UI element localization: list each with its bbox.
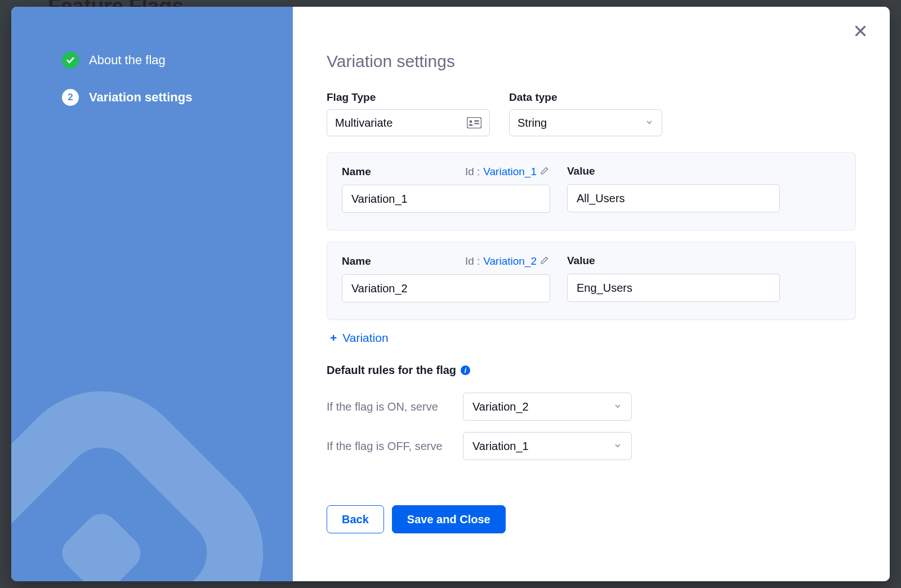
variation-id: Id : Variation_1 [465,165,550,178]
wizard-step-label: About the flag [89,53,166,68]
variation-value-label: Value [567,255,595,267]
data-type-value: String [518,117,547,130]
data-type-group: Data type String [509,91,662,136]
variation-value-input[interactable]: Eng_Users [567,274,780,302]
variation-id: Id : Variation_2 [465,255,550,268]
check-icon [62,52,79,69]
chevron-down-icon [645,117,654,130]
variation-name-label: Name [342,255,371,268]
footer-actions: Back Save and Close [327,505,856,533]
variation-value-label: Value [567,165,595,177]
variation-card: Name Id : Variation_1 Variation_1 [327,152,856,230]
sidebar-decoration [11,378,276,581]
wizard-modal: About the flag 2 Variation settings Vari… [11,7,890,581]
svg-rect-8 [474,123,479,124]
svg-rect-6 [469,124,473,126]
card-icon [467,117,481,128]
svg-rect-1 [55,507,148,581]
svg-rect-7 [474,121,479,122]
edit-icon[interactable] [540,255,550,268]
variation-value-column: Value Eng_Users [567,255,780,302]
rule-off-label: If the flag is OFF, serve [327,439,454,454]
close-icon [853,24,868,38]
flag-type-label: Flag Type [327,91,490,104]
rule-off-select[interactable]: Variation_1 [463,432,632,460]
rule-on-value: Variation_2 [472,400,529,413]
rule-off-row: If the flag is OFF, serve Variation_1 [327,432,856,460]
page-title: Variation settings [327,52,856,71]
flag-type-value: Multivariate [335,117,392,130]
info-icon[interactable]: i [461,366,470,375]
rule-off-value: Variation_1 [472,440,529,453]
flag-type-select[interactable]: Multivariate [327,109,490,136]
variation-value-input[interactable]: All_Users [567,184,780,212]
edit-icon[interactable] [540,165,550,178]
variation-card: Name Id : Variation_2 Variation_2 [327,242,856,320]
variation-id-value: Variation_1 [483,166,537,178]
rule-on-label: If the flag is ON, serve [327,399,454,415]
type-row: Flag Type Multivariate Data type String [327,91,856,136]
back-button[interactable]: Back [327,505,384,533]
modal-backdrop: Feature Flags About the flag 2 Variation… [0,0,901,588]
wizard-step-variation[interactable]: 2 Variation settings [62,89,267,106]
variation-name-input[interactable]: Variation_2 [342,274,550,302]
step-number-badge: 2 [62,89,79,106]
default-rules-heading: Default rules for the flag i [327,364,856,377]
wizard-sidebar: About the flag 2 Variation settings [11,7,293,581]
data-type-label: Data type [509,91,662,104]
variation-name-input[interactable]: Variation_1 [342,185,550,213]
svg-rect-4 [467,118,481,128]
plus-icon: + [330,331,337,345]
rule-on-select[interactable]: Variation_2 [463,393,632,421]
svg-point-5 [470,121,472,123]
rule-on-row: If the flag is ON, serve Variation_2 [327,393,856,421]
variation-value-column: Value All_Users [567,165,780,213]
add-variation-button[interactable]: + Variation [330,331,856,345]
variation-name-label: Name [342,166,371,178]
variation-name-column: Name Id : Variation_2 Variation_2 [342,255,550,302]
wizard-step-about[interactable]: About the flag [62,52,267,69]
variation-id-value: Variation_2 [483,255,537,268]
wizard-step-label: Variation settings [89,90,192,105]
data-type-select[interactable]: String [509,109,662,136]
wizard-main-panel: Variation settings Flag Type Multivariat… [293,7,890,581]
variation-name-column: Name Id : Variation_1 Variation_1 [342,165,550,213]
add-variation-label: Variation [342,331,388,345]
flag-type-group: Flag Type Multivariate [327,91,490,136]
close-button[interactable] [850,21,871,42]
chevron-down-icon [613,440,622,453]
save-and-close-button[interactable]: Save and Close [392,505,506,533]
chevron-down-icon [613,400,622,413]
